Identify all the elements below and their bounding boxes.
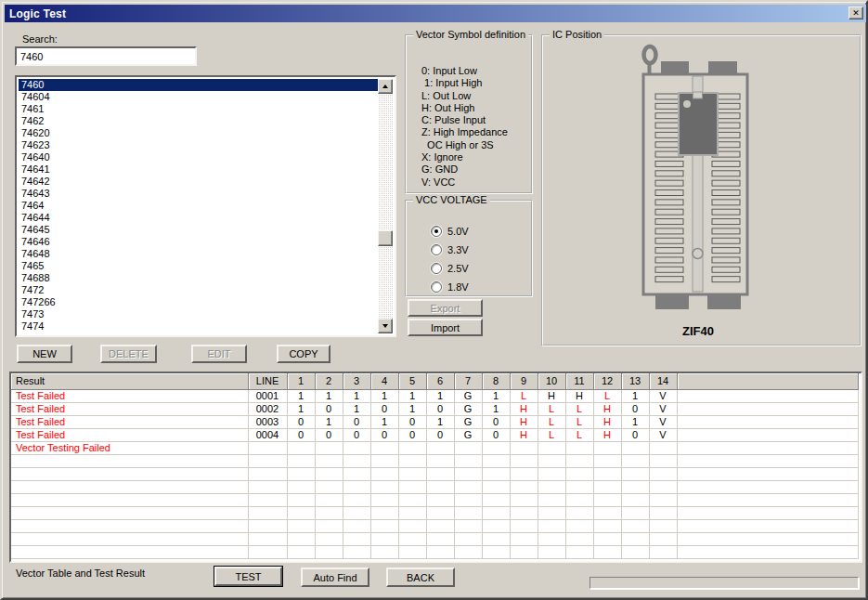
radio-icon[interactable] [431,281,442,293]
cell: G [454,415,482,428]
search-input[interactable] [15,46,197,66]
export-button[interactable]: Export [408,299,483,317]
cell [621,467,649,480]
list-item[interactable]: 74642 [19,176,378,188]
cell [398,480,426,493]
table-empty-row [11,493,859,506]
close-icon: ✕ [852,9,860,18]
cell [510,545,538,558]
cell [649,519,677,532]
cell [677,428,859,441]
list-item[interactable]: 7462 [19,115,378,127]
table-row[interactable]: Test Failed0003010101G0HLLH1V [11,415,859,428]
vcc-option-3.3V[interactable]: 3.3V [431,241,469,259]
arrow-up-icon [382,85,388,88]
list-item[interactable]: 74643 [19,188,378,200]
vector-symbol-group-title: Vector Symbol definition [413,29,528,40]
cell [454,493,482,506]
auto-find-button[interactable]: Auto Find [301,567,369,587]
scroll-down-button[interactable] [378,319,393,333]
cell: H [593,415,621,428]
cell [370,545,398,558]
cell [426,441,454,454]
cell [454,467,482,480]
list-item[interactable]: 7465 [19,260,378,272]
list-item[interactable]: 74640 [19,151,378,163]
radio-icon[interactable] [431,244,442,255]
cell [510,519,538,532]
chip-notch [693,92,703,98]
cell [649,506,677,519]
cell [677,506,859,519]
list-item[interactable]: 74688 [19,272,378,284]
cell [649,545,677,558]
list-item[interactable]: 74620 [19,127,378,139]
table-empty-row [11,506,859,519]
vcc-option-5.0V[interactable]: 5.0V [431,222,469,241]
cell [287,480,315,493]
radio-icon[interactable] [431,226,442,237]
list-item[interactable]: 7474 [19,320,378,333]
list-item[interactable]: 7464 [19,200,378,212]
list-item[interactable]: 74646 [19,236,378,248]
close-button[interactable]: ✕ [849,7,863,20]
list-item[interactable]: 747266 [19,296,378,308]
scroll-thumb[interactable] [378,230,393,246]
cell [565,441,593,454]
copy-button[interactable]: COPY [277,345,330,363]
column-header: 4 [370,373,398,389]
list-item[interactable]: 7460 [19,79,378,91]
zif-socket-diagram: ZIF40 [543,36,860,345]
radio-label: 5.0V [447,226,469,237]
cell: 0 [370,402,398,415]
list-item[interactable]: 74644 [19,212,378,224]
table-row[interactable]: Test Failed0004000000G0HLLH0V [11,428,859,441]
cell [565,454,593,467]
cell [510,454,538,467]
progress-bar [589,577,859,589]
table-row[interactable]: Test Failed0002101010G1HLLH0V [11,402,859,415]
radio-label: 3.3V [447,244,469,255]
test-button[interactable]: TEST [214,566,283,587]
scroll-up-button[interactable] [378,79,393,94]
cell [649,480,677,493]
list-item[interactable]: 74641 [19,163,378,176]
cell [593,480,621,493]
import-button[interactable]: Import [408,319,483,336]
delete-button[interactable]: DELETE [100,345,157,363]
column-header: 12 [593,373,621,389]
cell [565,480,593,493]
cell: 1 [398,402,426,415]
cell [11,545,248,558]
cell [315,532,343,545]
list-item[interactable]: 74623 [19,139,378,151]
column-header: 10 [538,373,565,389]
back-button[interactable]: BACK [386,567,455,587]
cell: L [565,402,593,415]
vcc-option-2.5V[interactable]: 2.5V [431,259,469,278]
column-header: 8 [482,373,510,389]
radio-icon[interactable] [431,263,442,274]
list-item[interactable]: 7461 [19,103,378,115]
cell [398,454,426,467]
cell: 1 [343,389,370,402]
titlebar[interactable]: Logic Test ✕ [5,5,867,22]
table-row[interactable]: Test Failed0001111111G1LHHL1V [11,389,859,402]
cell [565,467,593,480]
list-item[interactable]: 74604 [19,91,378,103]
list-item[interactable]: 7473 [19,308,378,320]
table-empty-row [11,454,859,467]
list-item[interactable]: 74645 [19,224,378,236]
ic-listbox[interactable]: 7460746047461746274620746237464074641746… [15,75,396,337]
vcc-option-1.8V[interactable]: 1.8V [431,278,469,296]
cell [454,441,482,454]
cell [677,532,859,545]
list-item[interactable]: 74648 [19,248,378,260]
edit-button[interactable]: EDIT [191,345,247,363]
list-scrollbar[interactable] [378,79,393,333]
cell [11,506,248,519]
list-item[interactable]: 7472 [19,284,378,296]
new-button[interactable]: NEW [17,345,72,363]
cell [482,441,510,454]
list-item[interactable]: 7475 [19,333,378,333]
